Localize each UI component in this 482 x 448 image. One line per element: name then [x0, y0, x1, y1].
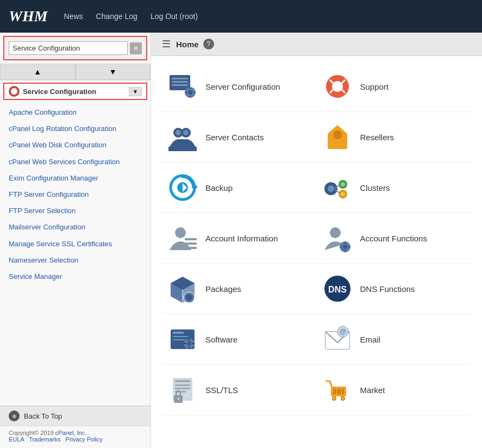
svg-rect-1 — [172, 78, 188, 79]
backup-icon — [167, 172, 198, 203]
search-input[interactable] — [9, 41, 128, 55]
nav-down-button[interactable]: ▼ — [76, 64, 151, 80]
sidebar-menu: Apache Configuration cPanel Log Rotation… — [0, 102, 151, 406]
tile-clusters-label: Clusters — [360, 183, 390, 192]
resellers-icon — [322, 122, 353, 152]
account-info-icon — [167, 223, 198, 253]
svg-rect-2 — [172, 81, 188, 83]
svg-rect-78 — [342, 389, 344, 394]
breadcrumb-home[interactable]: Home — [176, 40, 199, 49]
tile-market[interactable]: Market — [317, 365, 472, 415]
top-navigation: WHM News Change Log Log Out (root) — [0, 0, 482, 33]
changelog-link[interactable]: Change Log — [96, 12, 137, 21]
active-section-label: Service Configuration — [23, 88, 129, 96]
ssltls-icon — [167, 375, 198, 405]
tile-packages[interactable]: Packages — [162, 264, 317, 314]
svg-point-22 — [333, 130, 342, 139]
copyright-text: Copyright© 2019 — [9, 430, 55, 436]
tile-resellers-label: Resellers — [360, 133, 395, 142]
sidebar-item-ftp-config[interactable]: FTP Server Configuration — [0, 186, 151, 203]
svg-text:DNS: DNS — [328, 285, 347, 294]
software-icon — [167, 324, 198, 354]
privacy-link[interactable]: Privacy Policy — [66, 436, 103, 443]
tile-server-configuration[interactable]: Server Configuration — [162, 61, 317, 112]
main-layout: ✕ ▲ ▼ Service Configuration ▼ Apache Con… — [0, 33, 482, 448]
clusters-icon — [322, 172, 353, 203]
tile-clusters[interactable]: Clusters — [317, 163, 472, 213]
sidebar-item-ssl-certs[interactable]: Manage Service SSL Certificates — [0, 236, 151, 252]
back-to-top[interactable]: ⊕ Back To Top — [0, 406, 151, 426]
active-section-dropdown[interactable]: ▼ — [129, 87, 142, 96]
whm-logo: WHM — [9, 8, 48, 25]
tile-packages-label: Packages — [205, 284, 241, 294]
active-section-icon — [9, 86, 20, 97]
tile-support[interactable]: Support — [317, 61, 472, 112]
svg-rect-55 — [173, 332, 184, 334]
dns-icon: DNS — [322, 273, 353, 304]
server-config-icon — [167, 71, 198, 102]
svg-rect-38 — [185, 247, 197, 249]
svg-rect-36 — [185, 238, 197, 240]
tile-software-label: Software — [205, 335, 237, 344]
tile-resellers[interactable]: Resellers — [317, 112, 472, 163]
sidebar-item-ftp-selection[interactable]: FTP Server Selection — [0, 203, 151, 219]
nav-up-button[interactable]: ▲ — [0, 64, 76, 80]
tile-account-functions[interactable]: Account Functions — [317, 213, 472, 264]
svg-rect-20 — [168, 147, 197, 151]
tiles-grid: Server Configuration Support — [151, 56, 482, 421]
account-functions-icon — [322, 223, 353, 253]
trademarks-link[interactable]: Trademarks — [29, 436, 60, 443]
svg-point-35 — [175, 227, 186, 238]
tile-account-functions-label: Account Functions — [360, 234, 427, 243]
search-clear-button[interactable]: ✕ — [130, 42, 142, 54]
main-content: ☰ Home ? — [151, 33, 482, 448]
sidebar-item-cpanel-log[interactable]: cPanel Log Rotation Configuration — [0, 121, 151, 137]
tile-email[interactable]: @ Email — [317, 314, 472, 365]
svg-rect-69 — [175, 380, 190, 382]
support-icon — [322, 71, 353, 102]
svg-point-28 — [328, 185, 334, 192]
sidebar-item-cpanel-web-services[interactable]: cPanel Web Services Configuration — [0, 154, 151, 170]
tile-server-configuration-label: Server Configuration — [205, 82, 280, 91]
svg-rect-70 — [175, 384, 190, 386]
tile-email-label: Email — [360, 335, 381, 344]
nav-arrows: ▲ ▼ — [0, 64, 151, 80]
tile-server-contacts[interactable]: Server Contacts — [162, 112, 317, 163]
hamburger-icon[interactable]: ☰ — [162, 38, 171, 50]
svg-rect-57 — [173, 339, 185, 340]
sidebar-item-nameserver[interactable]: Nameserver Selection — [0, 252, 151, 269]
tile-ssltls[interactable]: SSL/TLS — [162, 365, 317, 415]
svg-rect-71 — [175, 388, 190, 389]
active-section: Service Configuration ▼ — [3, 83, 147, 100]
tile-dns-functions[interactable]: DNS DNS Functions — [317, 264, 472, 314]
tile-support-label: Support — [360, 82, 389, 91]
sidebar-item-exim[interactable]: Exim Configuration Manager — [0, 170, 151, 186]
tile-backup-label: Backup — [205, 183, 233, 192]
logout-link[interactable]: Log Out (root) — [151, 12, 198, 21]
tile-account-information[interactable]: Account Information — [162, 213, 317, 264]
back-to-top-label: Back To Top — [24, 412, 62, 420]
svg-rect-74 — [178, 397, 179, 400]
svg-point-30 — [341, 182, 345, 186]
cpanel-link[interactable]: cPanel, Inc. — [55, 430, 86, 436]
sidebar-footer: Copyright© 2019 cPanel, Inc. EULA Tradem… — [0, 426, 151, 448]
tile-dns-functions-label: DNS Functions — [360, 284, 415, 294]
svg-point-81 — [333, 397, 335, 400]
sidebar-item-apache-config[interactable]: Apache Configuration — [0, 104, 151, 121]
tile-market-label: Market — [360, 385, 385, 395]
sidebar-item-cpanel-web-disk[interactable]: cPanel Web Disk Configuration — [0, 137, 151, 153]
tile-backup[interactable]: Backup — [162, 163, 317, 213]
help-icon[interactable]: ? — [203, 39, 214, 49]
eula-link[interactable]: EULA — [9, 436, 24, 443]
svg-text:@: @ — [340, 328, 346, 335]
news-link[interactable]: News — [64, 12, 83, 21]
tile-software[interactable]: Software — [162, 314, 317, 365]
svg-rect-3 — [172, 84, 188, 86]
breadcrumb-bar: ☰ Home ? — [151, 33, 482, 56]
svg-point-5 — [188, 90, 192, 95]
svg-point-51 — [186, 294, 192, 301]
sidebar-item-mailserver[interactable]: Mailserver Configuration — [0, 219, 151, 235]
tile-account-information-label: Account Information — [205, 234, 278, 243]
sidebar-item-service-manager[interactable]: Service Manager — [0, 269, 151, 285]
svg-rect-37 — [185, 242, 197, 245]
